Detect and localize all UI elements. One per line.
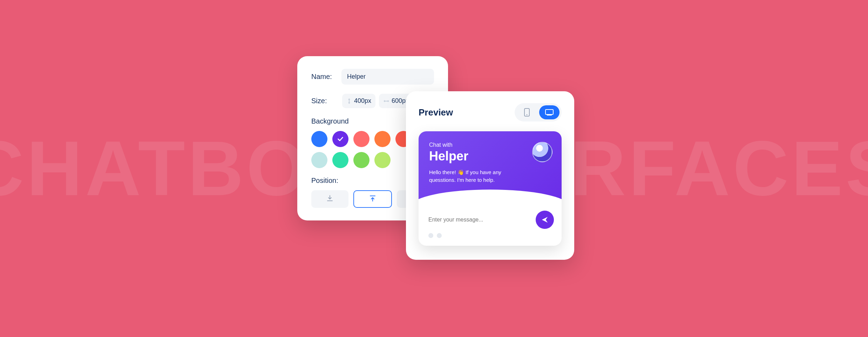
arrow-bottom-icon (326, 194, 334, 204)
size-height-input[interactable]: 400px (342, 94, 375, 108)
chat-message-input[interactable] (428, 217, 531, 223)
preview-title: Preview (419, 107, 453, 118)
svg-point-1 (527, 114, 528, 115)
color-swatch-0[interactable] (311, 131, 327, 147)
wave-divider (419, 190, 562, 209)
size-height-value: 400px (354, 97, 371, 105)
chat-header: Chat with Helper Hello there! 👋 If you h… (419, 131, 562, 209)
name-label: Name: (311, 73, 335, 81)
svg-rect-2 (545, 110, 553, 114)
color-swatch-8[interactable] (353, 152, 369, 168)
device-mobile-button[interactable] (517, 105, 537, 119)
chat-greeting: Hello there! 👋 If you have any quesstion… (429, 168, 506, 184)
send-icon (541, 216, 549, 224)
check-icon (337, 135, 344, 143)
arrow-top-icon (368, 194, 377, 204)
color-swatch-2[interactable] (353, 131, 369, 147)
name-input[interactable] (341, 69, 434, 85)
device-toggle (515, 103, 562, 121)
device-desktop-button[interactable] (539, 105, 560, 119)
color-swatch-3[interactable] (374, 131, 391, 147)
send-button[interactable] (536, 211, 554, 229)
color-swatch-6[interactable] (311, 152, 327, 168)
size-label: Size: (311, 97, 336, 105)
horizontal-arrows-icon (383, 98, 389, 104)
color-swatch-1[interactable] (332, 131, 348, 147)
chat-with-label: Chat with (429, 142, 551, 148)
desktop-icon (545, 109, 554, 116)
preview-card: Preview Chat with He (406, 91, 574, 260)
typing-indicator (419, 233, 562, 246)
color-swatch-7[interactable] (332, 152, 348, 168)
position-top-button[interactable] (353, 190, 392, 208)
bot-avatar (532, 142, 552, 162)
position-bottom-button[interactable] (311, 190, 348, 208)
color-swatch-9[interactable] (374, 152, 391, 168)
vertical-arrows-icon (346, 98, 352, 104)
mobile-icon (524, 108, 530, 117)
chat-widget: Chat with Helper Hello there! 👋 If you h… (419, 131, 562, 246)
